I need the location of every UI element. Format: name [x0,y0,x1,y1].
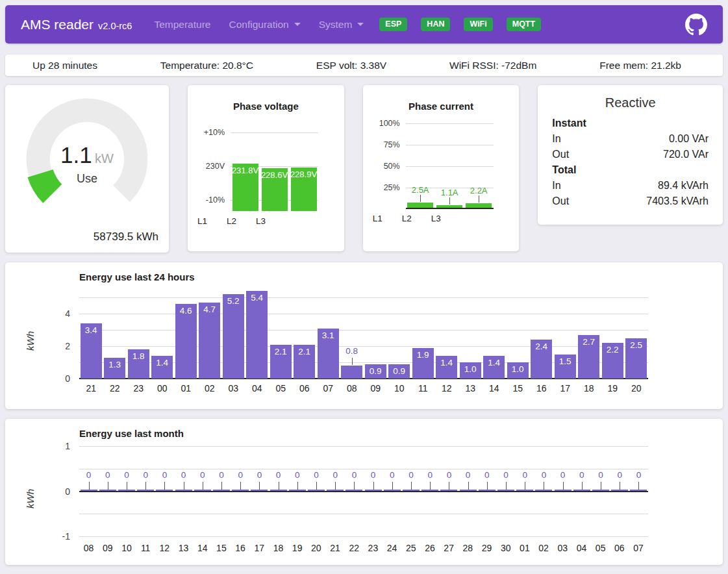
label-leader-line [544,482,544,490]
energy-24h-title: Energy use last 24 hours [79,271,723,284]
power-gauge-card: 1.1 kW Use 58739.5 kWh [5,85,169,253]
nav-system[interactable]: System [311,14,372,36]
nav-configuration[interactable]: Configuration [221,14,308,36]
y-axis-label: kWh [25,331,36,351]
x-axis-tick: 12 [155,543,174,553]
phase-voltage-card: Phase voltage +10%230V-10%231.8V228.6V22… [188,85,344,251]
zero-value-bar [175,490,192,492]
y-axis-tick: 25% [384,183,400,192]
zero-value-bar [403,490,420,492]
x-axis-tick: L1 [363,214,392,223]
x-axis-tick: 07 [629,543,647,553]
nav-temperature[interactable]: Temperature [146,14,218,36]
x-axis-tick: 09 [364,383,388,393]
row-value: 7403.5 kVArh [646,193,709,209]
reactive-total-out-row: Out 7403.5 kVArh [552,193,709,209]
status-badges: ESP HAN WiFi MQTT [379,18,541,31]
y-axis-tick: 50% [384,162,400,171]
y-axis-tick: 2 [65,341,70,351]
bar-value-label: 4.7 [199,305,220,314]
row-value: 720.0 VAr [663,147,709,162]
x-axis-tick: 26 [420,543,439,553]
nav-system-label: System [319,19,353,31]
row-value: 0.00 VAr [669,131,709,147]
current-bar [436,205,462,208]
han-status-badge: HAN [421,18,450,31]
bar-value-label: 1.9 [412,350,434,360]
bar-value-label: 2.2 [602,345,623,355]
x-axis-tick: 22 [345,543,364,553]
x-axis-tick: 16 [231,543,250,553]
x-axis-tick: 09 [98,543,117,553]
gridline [406,145,494,145]
x-axis-tick: 06 [293,383,317,393]
x-axis-tick: 04 [245,383,270,393]
label-leader-line [468,482,469,490]
bar-value-label: 228.9V [289,169,319,179]
zero-value-bar [535,490,552,492]
x-axis-tick: 00 [151,383,175,393]
label-leader-line [89,482,90,490]
nav-configuration-label: Configuration [229,19,288,31]
app-brand[interactable]: AMS reader v2.0-rc6 [21,17,132,32]
x-axis-baseline [406,208,494,209]
zero-value-bar [479,490,496,492]
accumulated-energy: 58739.5 kWh [94,231,158,243]
x-axis-tick: 28 [458,543,477,553]
zero-value-bar [81,490,97,492]
bar-value-label: 2.5A [404,185,436,195]
github-link[interactable] [685,14,707,36]
bar-value-label: 1.5 [555,356,576,366]
label-leader-line [449,197,450,205]
y-axis-tick: 1 [65,441,70,451]
bar-value-label: 5.4 [246,293,268,303]
zero-value-bar [270,490,287,492]
x-axis-tick: 01 [174,383,198,393]
energy-month-chart: kWh 10-1000000000000000000000000000000 0… [79,444,648,553]
energy-bar [246,291,268,379]
zero-value-bar [384,490,401,492]
app-title: AMS reader [21,17,94,32]
phase-current-chart: 100%75%50%25%2.5A1.1A2.2A [406,123,494,209]
zero-value-bar [345,490,362,492]
x-axis-tick: 17 [250,543,269,553]
zero-value-bar [251,490,268,492]
zero-value-bar [421,490,438,492]
label-leader-line [420,195,421,202]
gauge-label: Use [22,172,152,186]
energy-bar [341,366,362,379]
x-axis-tick: 10 [388,383,412,393]
label-leader-line [164,482,165,490]
x-axis-tick: 20 [307,543,325,553]
row-label: In [552,178,560,193]
label-leader-line [563,482,564,490]
x-axis-tick: 19 [288,543,307,553]
phase-voltage-x-axis: L1L2L3 [188,216,344,226]
x-axis-tick: 14 [483,383,507,393]
main-nav: Temperature Configuration System [146,14,371,36]
y-axis-tick: 0 [65,373,70,384]
label-leader-line [601,482,601,490]
esp-volt-status: ESP volt: 3.38V [316,60,386,71]
x-axis-tick: 17 [553,383,577,393]
label-leader-line [297,482,298,490]
bar-value-label: 3.4 [81,325,102,335]
reactive-total-in-row: In 89.4 kVArh [552,178,709,193]
esp-status-badge: ESP [379,18,407,31]
gridline [79,297,648,298]
bar-value-label: 1.0 [460,364,481,374]
page: AMS reader v2.0-rc6 Temperature Configur… [0,0,728,574]
label-leader-line [259,482,260,490]
temperature-status: Temperature: 20.8°C [160,60,253,71]
row-value: 89.4 kVArh [658,178,709,193]
zero-value-bar [365,490,382,492]
zero-value-bar [497,490,514,492]
x-axis-tick: 06 [610,543,629,553]
x-axis-tick: 10 [117,543,136,553]
x-axis-tick: 15 [212,543,231,553]
phase-voltage-chart: +10%230V-10%231.8V228.6V228.9V [231,132,318,212]
x-axis-tick: L2 [217,216,246,226]
bar-value-label: 1.8 [128,351,149,361]
bar-value-label: 2.1 [270,347,292,356]
reactive-instant-heading: Instant [552,116,709,131]
